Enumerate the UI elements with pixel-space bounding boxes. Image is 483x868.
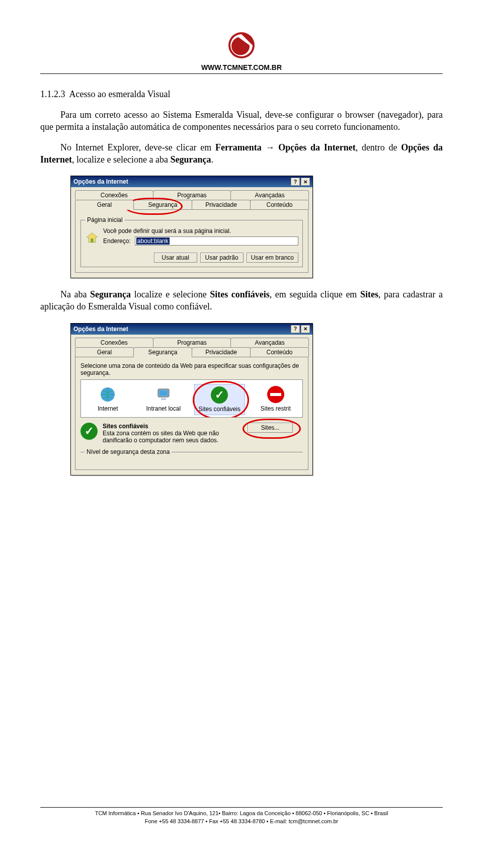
zone-list: Internet Intranet local ✓ Sites confiáve… — [80, 379, 303, 418]
zone-intranet[interactable]: Intranet local — [139, 384, 189, 415]
selected-zone-title: Sites confiáveis — [103, 423, 243, 430]
footer-line-1: TCM Informática • Rua Senador Ivo D'Aqui… — [40, 810, 443, 817]
zone-label: Sites restrit — [252, 405, 300, 412]
zone-sites-confiaveis[interactable]: ✓ Sites confiáveis — [194, 384, 245, 415]
dialog2-panel: Selecione uma zona de conteúdo da Web pa… — [75, 357, 308, 470]
tab-geral[interactable]: Geral — [75, 200, 134, 210]
home-icon — [85, 231, 99, 245]
section-heading: 1.1.2.3 Acesso ao esmeralda Visual — [40, 89, 443, 100]
close-icon[interactable]: ✕ — [301, 178, 310, 186]
no-entry-icon — [267, 386, 284, 403]
dialog2-titlebar[interactable]: Opções da Internet ? ✕ — [71, 324, 312, 335]
zone-sites-restritos[interactable]: Sites restrit — [251, 384, 301, 415]
dialog1-tabs-row2: Geral Segurança Privacidade Conteúdo — [71, 200, 312, 209]
homepage-hint: Você pode definir qual será a sua página… — [103, 227, 298, 234]
tab-seguranca[interactable]: Segurança — [133, 200, 192, 209]
svg-rect-5 — [159, 390, 168, 396]
tab-conexoes[interactable]: Conexões — [75, 190, 153, 200]
tab-conteudo[interactable]: Conteúdo — [250, 347, 309, 357]
tab-conexoes[interactable]: Conexões — [75, 338, 153, 347]
address-input[interactable]: about:blank — [135, 236, 298, 246]
zone-label: Intranet local — [140, 405, 188, 412]
checkmark-icon: ✓ — [211, 386, 228, 404]
tab-programas[interactable]: Programas — [153, 190, 231, 200]
fieldset-legend: Página inicial — [85, 216, 125, 223]
zone-label: Sites confiáveis — [196, 406, 244, 413]
selected-zone-block: ✓ Sites confiáveis Esta zona contém os s… — [80, 423, 303, 444]
svg-rect-6 — [161, 398, 166, 400]
dialog-internet-options-security: Opções da Internet ? ✕ Conexões Programa… — [70, 323, 313, 476]
zone-label: Internet — [84, 405, 132, 412]
selected-zone-desc: Esta zona contém os sites da Web que não… — [103, 430, 243, 444]
tab-programas[interactable]: Programas — [153, 338, 231, 347]
tab-privacidade[interactable]: Privacidade — [192, 347, 251, 357]
sites-button[interactable]: Sites... — [248, 423, 293, 433]
section-number: 1.1.2.3 — [40, 89, 65, 99]
help-icon[interactable]: ? — [291, 325, 300, 333]
fieldset-pagina-inicial: Página inicial Você pode definir qual se… — [80, 220, 303, 267]
help-icon[interactable]: ? — [291, 178, 300, 186]
tab-seguranca[interactable]: Segurança — [133, 347, 192, 357]
tab-avancadas[interactable]: Avançadas — [230, 190, 309, 200]
dialog1-panel: Página inicial Você pode definir qual se… — [75, 209, 308, 273]
zone-instruction: Selecione uma zona de conteúdo da Web pa… — [80, 362, 303, 376]
tab-geral[interactable]: Geral — [75, 347, 134, 357]
close-icon[interactable]: ✕ — [301, 325, 310, 333]
paragraph-3: Na aba Segurança localize e selecione Si… — [40, 288, 443, 313]
address-label: Endereço: — [103, 238, 131, 245]
dialog1-tabs-row1: Conexões Programas Avançadas — [71, 187, 312, 200]
use-current-button[interactable]: Usar atual — [154, 253, 197, 263]
computer-icon — [155, 386, 172, 403]
dialog1-title: Opções da Internet — [73, 178, 128, 185]
use-blank-button[interactable]: Usar em branco — [247, 253, 298, 263]
tab-privacidade[interactable]: Privacidade — [192, 200, 251, 209]
level-legend: Nível de segurança desta zona — [85, 448, 172, 455]
section-title: Acesso ao esmeralda Visual — [69, 89, 171, 99]
globe-icon — [99, 386, 116, 403]
tab-conteudo[interactable]: Conteúdo — [250, 200, 309, 209]
use-default-button[interactable]: Usar padrão — [200, 253, 244, 263]
dialog2-tabs-row2: Geral Segurança Privacidade Conteúdo — [71, 347, 312, 357]
dialog-internet-options-general: Opções da Internet ? ✕ Conexões Programa… — [70, 176, 313, 278]
page-header: WWW.TCMNET.COM.BR — [40, 30, 443, 74]
svg-rect-2 — [91, 239, 93, 243]
header-rule — [40, 73, 443, 74]
footer-line-2: Fone +55 48 3334-8877 • Fax +55 48 3334-… — [40, 818, 443, 825]
paragraph-1: Para um correto acesso ao Sistema Esmera… — [40, 109, 443, 133]
logo-icon — [226, 30, 257, 60]
paragraph-2: No Internet Explorer, deve-se clicar em … — [40, 141, 443, 166]
site-url: WWW.TCMNET.COM.BR — [40, 63, 443, 71]
page-footer: TCM Informática • Rua Senador Ivo D'Aqui… — [40, 807, 443, 825]
dialog2-title: Opções da Internet — [73, 326, 128, 333]
dialog2-tabs-row1: Conexões Programas Avançadas — [71, 335, 312, 347]
zone-internet[interactable]: Internet — [83, 384, 133, 415]
checkmark-icon: ✓ — [80, 423, 98, 440]
footer-rule — [40, 807, 443, 808]
dialog1-titlebar[interactable]: Opções da Internet ? ✕ — [71, 176, 312, 187]
fieldset-nivel-seguranca: Nível de segurança desta zona — [80, 452, 303, 464]
tab-avancadas[interactable]: Avançadas — [230, 338, 309, 347]
